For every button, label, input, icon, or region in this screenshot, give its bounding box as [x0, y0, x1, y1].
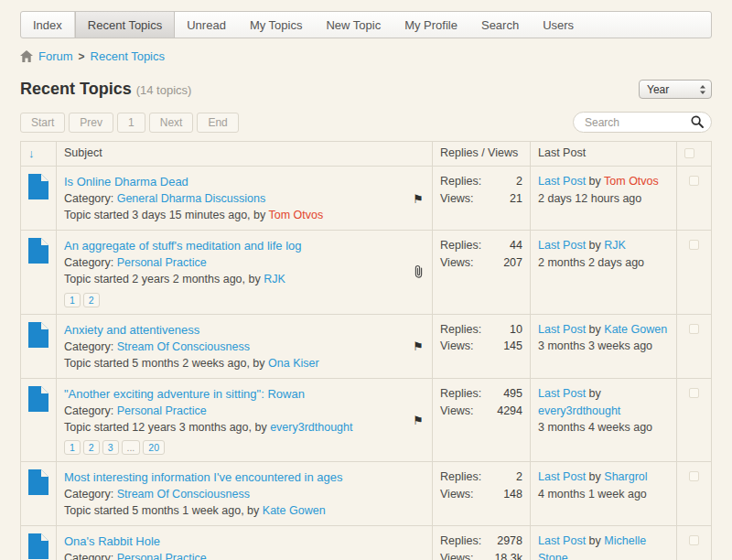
- nav-tab-users[interactable]: Users: [531, 12, 586, 38]
- year-filter-value: Year: [647, 83, 669, 96]
- pagination-start-button[interactable]: Start: [20, 113, 65, 133]
- topic-select-checkbox[interactable]: [689, 535, 699, 545]
- topic-title-link[interactable]: Anxiety and attentiveness: [64, 323, 199, 337]
- last-post-author-link[interactable]: Tom Otvos: [604, 175, 659, 188]
- topic-author-link[interactable]: Ona Kiser: [268, 357, 319, 370]
- replies-count: 2978: [497, 533, 522, 550]
- category-link[interactable]: Stream Of Consciousness: [117, 340, 250, 353]
- top-nav: Index Recent Topics Unread My Topics New…: [20, 11, 712, 38]
- last-post-author-link[interactable]: Shargrol: [604, 470, 647, 483]
- last-post-link[interactable]: Last Post: [538, 323, 586, 336]
- flag-icon: ⚑: [413, 414, 424, 425]
- last-post-link[interactable]: Last Post: [538, 387, 586, 400]
- pagination: Start Prev 1 Next End: [20, 113, 239, 133]
- topic-row: Anxiety and attentiveness Category: Stre…: [21, 314, 712, 378]
- last-post-link[interactable]: Last Post: [538, 239, 586, 252]
- views-count: 21: [510, 190, 522, 208]
- attachment-icon: [414, 264, 424, 279]
- sort-direction-icon[interactable]: ↓: [28, 146, 35, 160]
- replies-count: 495: [503, 385, 522, 403]
- column-header-last-post: Last Post: [531, 142, 677, 167]
- page-title-group: Recent Topics(14 topics): [20, 80, 191, 99]
- last-post-link[interactable]: Last Post: [538, 470, 586, 483]
- topic-pager: 1 2: [64, 293, 395, 307]
- category-link[interactable]: Personal Practice: [117, 404, 207, 417]
- pagination-end-button[interactable]: End: [197, 113, 238, 133]
- breadcrumb: Forum > Recent Topics: [20, 49, 712, 63]
- replies-count: 10: [510, 321, 522, 339]
- search-box: [573, 112, 712, 133]
- topic-row: An aggregate of stuff's meditation and l…: [21, 231, 712, 314]
- breadcrumb-current-link[interactable]: Recent Topics: [91, 49, 165, 63]
- nav-tab-unread[interactable]: Unread: [175, 12, 238, 38]
- topic-title-link[interactable]: "Another exciting adventure in sitting":…: [64, 387, 305, 401]
- last-post-time: 4 months 1 week ago: [538, 486, 669, 503]
- search-button[interactable]: [691, 115, 704, 131]
- topic-count: (14 topics): [136, 83, 192, 97]
- nav-tab-new-topic[interactable]: New Topic: [314, 12, 393, 38]
- pagination-prev-button[interactable]: Prev: [69, 113, 113, 133]
- last-post-time: 2 days 12 hours ago: [538, 190, 669, 208]
- last-post-author-link[interactable]: Kate Gowen: [604, 323, 667, 336]
- category-link[interactable]: Personal Practice: [117, 552, 207, 560]
- last-post-link[interactable]: Last Post: [538, 175, 586, 188]
- category-link[interactable]: General Dharma Discussions: [117, 192, 266, 205]
- topic-page-button[interactable]: 3: [102, 440, 119, 455]
- page-title: Recent Topics: [20, 80, 132, 98]
- select-all-checkbox[interactable]: [684, 148, 694, 158]
- topic-title-link[interactable]: Most interesting information I've encoun…: [64, 470, 343, 484]
- category-link[interactable]: Personal Practice: [117, 256, 207, 269]
- topic-pager: 1 2 3 ... 20: [64, 440, 395, 455]
- topic-page-icon: [28, 469, 48, 499]
- topic-select-checkbox[interactable]: [689, 388, 699, 398]
- nav-tab-search[interactable]: Search: [469, 12, 531, 38]
- nav-tab-my-profile[interactable]: My Profile: [393, 12, 469, 38]
- breadcrumb-forum-link[interactable]: Forum: [38, 49, 73, 63]
- topic-author-link[interactable]: Tom Otvos: [269, 209, 324, 221]
- topic-title-link[interactable]: Ona's Rabbit Hole: [64, 534, 160, 548]
- year-filter-select[interactable]: Year: [639, 80, 712, 99]
- topic-row: "Another exciting adventure in sitting":…: [21, 378, 712, 461]
- pagination-page-1-button[interactable]: 1: [117, 113, 145, 133]
- topic-page-icon: [28, 174, 48, 203]
- topic-select-checkbox[interactable]: [689, 324, 699, 334]
- topic-author-link[interactable]: every3rdthought: [270, 421, 352, 434]
- topic-page-ellipsis: ...: [122, 440, 141, 455]
- views-count: 145: [503, 338, 522, 355]
- topic-page-icon: [28, 386, 48, 415]
- home-icon[interactable]: [20, 50, 33, 62]
- topic-select-checkbox[interactable]: [689, 471, 699, 481]
- topic-page-button[interactable]: 1: [64, 440, 81, 455]
- last-post-author-link[interactable]: RJK: [604, 239, 626, 252]
- topic-page-icon: [28, 322, 48, 351]
- topic-select-checkbox[interactable]: [689, 240, 699, 250]
- pagination-next-button[interactable]: Next: [149, 113, 194, 133]
- last-post-author-link[interactable]: every3rdthought: [538, 404, 620, 417]
- flag-icon: ⚑: [413, 192, 424, 204]
- last-post-time: 2 months 2 days ago: [538, 254, 669, 272]
- topics-table: ↓ Subject Replies / Views Last Post Is O…: [20, 141, 712, 560]
- column-header-replies-views: Replies / Views: [433, 142, 531, 167]
- topic-title-link[interactable]: An aggregate of stuff's meditation and l…: [64, 239, 302, 253]
- topic-author-link[interactable]: RJK: [264, 273, 285, 285]
- topic-page-button[interactable]: 20: [143, 440, 165, 455]
- nav-tab-index[interactable]: Index: [21, 12, 75, 38]
- topic-select-checkbox[interactable]: [689, 176, 699, 186]
- search-icon: [691, 115, 704, 128]
- topic-page-button[interactable]: 2: [83, 440, 100, 455]
- last-post-link[interactable]: Last Post: [538, 534, 586, 547]
- views-count: 18.3k: [494, 550, 522, 560]
- topic-page-button[interactable]: 1: [64, 293, 81, 307]
- select-arrows-icon: [699, 84, 706, 95]
- topic-title-link[interactable]: Is Online Dharma Dead: [64, 175, 188, 188]
- topic-page-button[interactable]: 2: [83, 293, 100, 307]
- last-post-time: 3 months 4 weeks ago: [538, 419, 669, 436]
- category-link[interactable]: Stream Of Consciousness: [117, 488, 250, 501]
- replies-count: 2: [516, 173, 522, 190]
- nav-tab-recent-topics[interactable]: Recent Topics: [75, 12, 175, 38]
- views-count: 207: [503, 254, 522, 272]
- table-header-row: ↓ Subject Replies / Views Last Post: [21, 142, 712, 167]
- flag-icon: ⚑: [413, 340, 424, 352]
- nav-tab-my-topics[interactable]: My Topics: [238, 12, 315, 38]
- topic-author-link[interactable]: Kate Gowen: [263, 504, 326, 517]
